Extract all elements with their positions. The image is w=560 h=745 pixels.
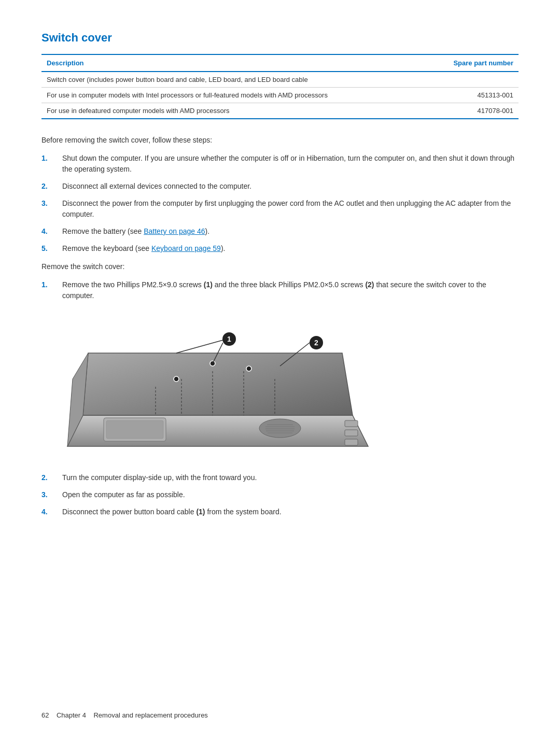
svg-marker-1 [83, 353, 353, 415]
chapter-title: Removal and replacement procedures [93, 711, 207, 719]
step-num: 5. [41, 243, 62, 254]
description-cell: For use in defeatured computer models wi… [41, 103, 426, 119]
keyboard-link[interactable]: Keyboard on page 59 [151, 244, 221, 252]
svg-text:1: 1 [227, 335, 231, 343]
step-text: Disconnect the power from the computer b… [62, 198, 519, 220]
list-item: 1. Shut down the computer. If you are un… [41, 153, 519, 175]
figure-container: 1 2 [62, 312, 373, 462]
description-cell: Switch cover (includes power button boar… [41, 72, 426, 88]
col2-header: Spare part number [426, 54, 519, 72]
laptop-diagram: 1 2 [62, 312, 373, 462]
remove-steps-list: 1. Remove the two Phillips PM2.5×9.0 scr… [41, 279, 519, 301]
step-text: Remove the two Phillips PM2.5×9.0 screws… [62, 279, 519, 301]
svg-rect-12 [345, 430, 358, 436]
remove-steps-list-2: 2. Turn the computer display-side up, wi… [41, 472, 519, 517]
page-footer: 62 Chapter 4 Removal and replacement pro… [41, 711, 208, 719]
svg-point-16 [246, 366, 251, 371]
col1-header: Description [41, 54, 426, 72]
svg-rect-4 [106, 420, 163, 439]
table-row: Switch cover (includes power button boar… [41, 72, 519, 88]
list-item: 2. Disconnect all external devices conne… [41, 181, 519, 192]
before-steps-list: 1. Shut down the computer. If you are un… [41, 153, 519, 254]
step-text: Remove the battery (see Battery on page … [62, 226, 519, 237]
battery-link[interactable]: Battery on page 46 [144, 227, 205, 235]
step-text: Shut down the computer. If you are unsur… [62, 153, 519, 175]
table-row: For use in defeatured computer models wi… [41, 103, 519, 119]
step-num: 4. [41, 226, 62, 237]
step-num: 2. [41, 181, 62, 192]
list-item: 3. Open the computer as far as possible. [41, 489, 519, 500]
step-num: 4. [41, 507, 62, 517]
svg-rect-13 [345, 439, 358, 445]
svg-line-28 [176, 340, 223, 353]
part-number-cell [426, 72, 519, 88]
list-item: 1. Remove the two Phillips PM2.5×9.0 scr… [41, 279, 519, 301]
step-num: 1. [41, 153, 62, 175]
parts-table: Description Spare part number Switch cov… [41, 54, 519, 119]
step-text: Turn the computer display-side up, with … [62, 472, 519, 483]
remove-text: Remove the switch cover: [41, 261, 519, 272]
step-num: 2. [41, 472, 62, 483]
step-text: Disconnect the power button board cable … [62, 507, 519, 517]
step-num: 1. [41, 279, 62, 301]
table-row: For use in computer models with Intel pr… [41, 88, 519, 103]
chapter-label: Chapter 4 [57, 711, 86, 719]
list-item: 2. Turn the computer display-side up, wi… [41, 472, 519, 483]
step-num: 3. [41, 198, 62, 220]
step-text: Open the computer as far as possible. [62, 489, 519, 500]
part-number-cell: 451313-001 [426, 88, 519, 103]
list-item: 3. Disconnect the power from the compute… [41, 198, 519, 220]
before-text: Before removing the switch cover, follow… [41, 135, 519, 146]
list-item: 4. Disconnect the power button board cab… [41, 507, 519, 517]
step-num: 3. [41, 489, 62, 500]
description-cell: For use in computer models with Intel pr… [41, 88, 426, 103]
part-number-cell: 417078-001 [426, 103, 519, 119]
step-text: Disconnect all external devices connecte… [62, 181, 519, 192]
svg-point-14 [174, 376, 179, 382]
svg-rect-11 [345, 420, 358, 427]
page-number: 62 [41, 711, 49, 719]
step-text: Remove the keyboard (see Keyboard on pag… [62, 243, 519, 254]
svg-point-5 [259, 419, 301, 438]
page-title: Switch cover [41, 31, 519, 45]
svg-text:2: 2 [314, 339, 318, 347]
list-item: 4. Remove the battery (see Battery on pa… [41, 226, 519, 237]
list-item: 5. Remove the keyboard (see Keyboard on … [41, 243, 519, 254]
